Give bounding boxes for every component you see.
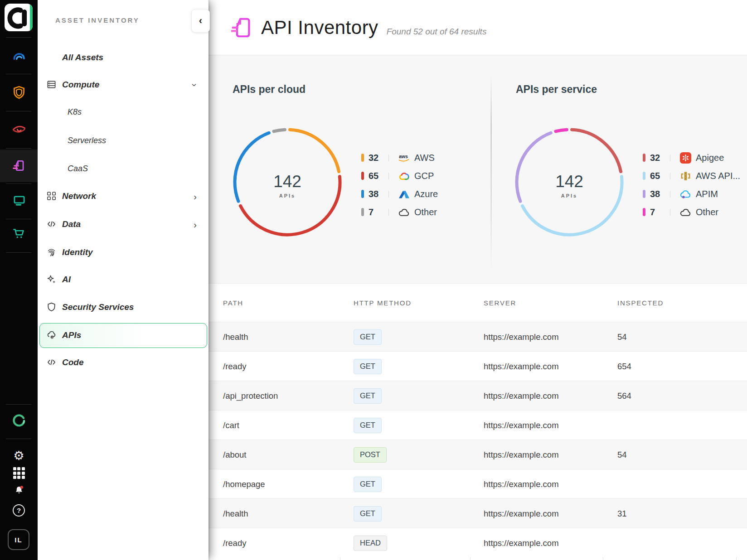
legend-color-pill [361, 154, 364, 162]
shield-icon [46, 302, 57, 313]
column-header-http-method[interactable]: HTTP METHOD [354, 284, 412, 322]
divider [6, 404, 31, 405]
legend-color-pill [643, 190, 645, 198]
donut-segment-apigee[interactable] [572, 130, 621, 172]
sidebar-item-network[interactable]: Network› [38, 186, 209, 206]
sidebar-item-code[interactable]: Code [38, 352, 209, 372]
cell-server: https://example.com [484, 499, 559, 528]
sidebar-item-security-services[interactable]: Security Services [38, 297, 209, 317]
cart-icon[interactable] [0, 221, 38, 246]
sidebar-item-all-assets[interactable]: All Assets [38, 48, 209, 68]
donut-segment-other[interactable] [556, 130, 567, 131]
legend-apis-per-cloud: 32awsAWS65GCP38Azure7Other [361, 151, 438, 224]
api-doc-icon[interactable] [0, 153, 38, 179]
cell-http-method: GET [354, 469, 382, 499]
fingerprint-icon [46, 247, 57, 258]
code-icon [46, 219, 57, 230]
divider [6, 183, 31, 184]
server-icon [46, 79, 57, 90]
page-header: API Inventory Found 52 out of 64 results [209, 0, 747, 55]
sidebar-item-caas[interactable]: CaaS [38, 159, 209, 179]
divider [6, 439, 31, 439]
cell-http-method: GET [354, 322, 382, 352]
cell-inspected: 564 [617, 381, 631, 410]
cell-http-method: GET [354, 352, 382, 381]
column-header-server[interactable]: SERVER [484, 284, 516, 322]
column-header-label: PATH [223, 299, 243, 307]
http-method-badge: GET [354, 359, 382, 374]
chevron-left-icon: ‹ [199, 15, 202, 27]
legend-value: 32 [369, 153, 387, 163]
table-row[interactable]: /homepageGEThttps://example.com [209, 469, 747, 498]
legend-item-azure[interactable]: 38Azure [361, 188, 438, 200]
help-icon[interactable]: ? [0, 497, 38, 523]
chart-title-apis-per-service: APIs per service [516, 83, 597, 96]
cell-path: /homepage [223, 469, 265, 499]
donut-total: 142 [231, 173, 344, 190]
column-header-inspected[interactable]: INSPECTED [617, 284, 664, 322]
legend-color-pill [361, 190, 364, 198]
legend-item-other[interactable]: 7Other [643, 206, 740, 218]
table-row[interactable]: /cartGEThttps://example.com [209, 410, 747, 439]
cell-inspected: 654 [617, 352, 631, 381]
shield-icon[interactable] [0, 80, 38, 105]
table-row[interactable]: /healthGEThttps://example.com31 [209, 498, 747, 528]
product-logo[interactable] [5, 4, 33, 31]
cell-server: https://example.com [484, 381, 559, 410]
sidebar-item-data[interactable]: Data› [38, 214, 209, 234]
cell-inspected: 54 [617, 322, 627, 352]
sidebar-item-serverless[interactable]: Serverless [38, 130, 209, 150]
sidebar-item-label: Network [62, 191, 96, 201]
donut-segment-aws[interactable] [290, 130, 339, 172]
cell-server: https://example.com [484, 410, 559, 440]
sidebar-collapse-button[interactable]: ‹ [191, 9, 210, 33]
legend-value: 7 [369, 207, 387, 217]
sparkles-icon [46, 274, 57, 285]
cell-inspected: 54 [617, 440, 627, 469]
avatar-initials: IL [15, 536, 22, 544]
table-body: /healthGEThttps://example.com54/readyGET… [209, 322, 747, 557]
avatar[interactable]: IL [8, 529, 29, 550]
table-row[interactable]: /healthGEThttps://example.com54 [209, 322, 747, 351]
legend-item-apigee[interactable]: 32Apigee [643, 151, 740, 164]
legend-label: Other [414, 207, 437, 217]
sidebar-item-k8s[interactable]: K8s [38, 102, 209, 122]
orca-ring-icon[interactable] [0, 408, 38, 433]
http-method-badge: GET [354, 329, 382, 345]
table-row[interactable]: /readyHEADhttps://example.com [209, 528, 747, 557]
donut-segment-other[interactable] [274, 130, 285, 131]
legend-item-aws[interactable]: 32awsAWS [361, 151, 438, 164]
api-inventory-icon [231, 16, 251, 39]
chevron-down-icon: › [190, 83, 200, 87]
legend-color-pill [361, 172, 364, 180]
charts-section: APIs per cloud 142 APIs 32awsAWS65GCP38A… [209, 55, 747, 283]
legend-item-apim[interactable]: 38APIM [643, 188, 740, 200]
column-header-path[interactable]: PATH [223, 284, 243, 322]
eye-icon[interactable] [0, 116, 38, 142]
gauge-icon[interactable] [0, 44, 38, 69]
cell-server: https://example.com [484, 440, 559, 469]
monitor-icon[interactable] [0, 188, 38, 213]
cell-server: https://example.com [484, 528, 559, 558]
table-row[interactable]: /aboutPOSThttps://example.com54 [209, 439, 747, 469]
sidebar-item-apis[interactable]: APIs [38, 325, 209, 345]
sidebar-item-identity[interactable]: Identity [38, 242, 209, 262]
donut-center: 142 APIs [513, 173, 626, 198]
legend-item-aws-api-[interactable]: 65AWS API... [643, 169, 740, 182]
table-row[interactable]: /api_protectionGEThttps://example.com564 [209, 381, 747, 410]
table-row[interactable]: /readyGEThttps://example.com654 [209, 351, 747, 381]
legend-value: 38 [650, 189, 668, 199]
legend-value: 7 [650, 207, 668, 217]
legend-value: 65 [650, 171, 668, 181]
sidebar-item-compute[interactable]: Compute› [38, 75, 209, 95]
legend-item-other[interactable]: 7Other [361, 206, 438, 218]
legend-item-gcp[interactable]: 65GCP [361, 169, 438, 182]
legend-value: 38 [369, 189, 387, 199]
divider [6, 37, 31, 38]
sidebar-item-label: All Assets [62, 53, 103, 63]
sidebar-item-ai[interactable]: AI [38, 270, 209, 290]
icon-rail: ⚙ ? IL [0, 0, 38, 560]
apim-logo-icon [679, 188, 692, 200]
legend-separator [670, 154, 670, 161]
api-table: PATHHTTP METHODSERVERINSPECTED /healthGE… [209, 283, 747, 560]
